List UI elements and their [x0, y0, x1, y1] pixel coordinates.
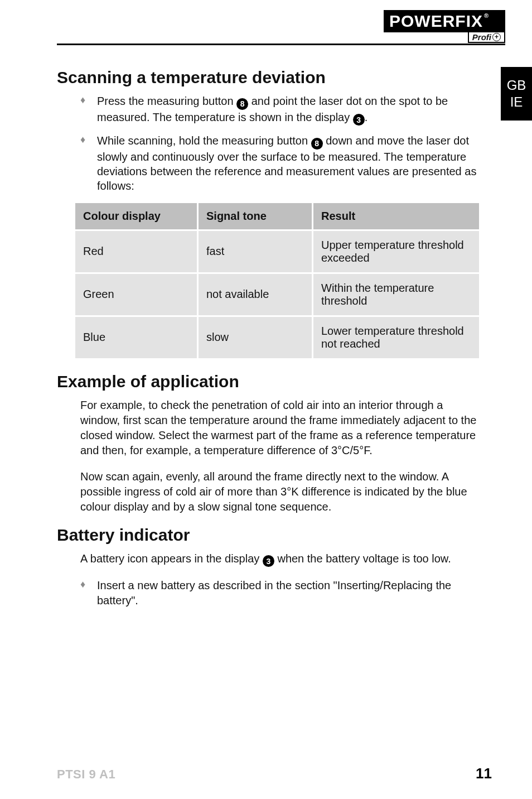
- col-header-signal: Signal tone: [199, 203, 312, 229]
- cell-colour: Blue: [75, 317, 197, 358]
- text-fragment: .: [365, 111, 368, 123]
- cell-signal: slow: [199, 317, 312, 358]
- reference-badge-icon: 8: [236, 98, 248, 110]
- reference-badge-icon: 8: [311, 138, 323, 150]
- plus-circle-icon: +: [492, 33, 501, 41]
- cell-result: Within the temperature threshold: [313, 274, 479, 315]
- brand-name: POWERFIX: [389, 13, 483, 30]
- heading-battery: Battery indicator: [57, 526, 485, 545]
- table-row: Red fast Upper temperature threshold exc…: [75, 231, 479, 272]
- text-fragment: A battery icon appears in the display: [80, 552, 263, 565]
- heading-example: Example of application: [57, 372, 485, 391]
- cell-colour: Red: [75, 231, 197, 272]
- list-item: While scanning, hold the measuring butto…: [80, 133, 485, 194]
- lang-line-1: GB: [507, 77, 526, 94]
- heading-scanning: Scanning a temperature deviation: [57, 68, 485, 87]
- battery-bullet-list: Insert a new battery as described in the…: [57, 578, 485, 608]
- brand-subline: Profi +: [468, 32, 505, 43]
- col-header-result: Result: [313, 203, 479, 229]
- reference-badge-icon: 3: [353, 114, 365, 126]
- cell-colour: Green: [75, 274, 197, 315]
- lang-line-2: IE: [510, 94, 523, 110]
- brand-badge: POWERFIX® Profi +: [384, 10, 505, 47]
- table-header-row: Colour display Signal tone Result: [75, 203, 479, 229]
- brand-registered: ®: [484, 13, 489, 19]
- cell-result: Upper temperature threshold exceeded: [313, 231, 479, 272]
- reference-badge-icon: 3: [263, 555, 274, 567]
- text-fragment: While scanning, hold the measuring butto…: [97, 134, 311, 147]
- footer-page-number: 11: [476, 765, 492, 782]
- cell-signal: fast: [199, 231, 312, 272]
- language-tab: GB IE: [501, 67, 532, 121]
- list-item: Press the measuring button 8 and point t…: [80, 94, 485, 126]
- battery-paragraph: A battery icon appears in the display 3 …: [80, 551, 485, 567]
- brand-name-box: POWERFIX®: [384, 10, 505, 32]
- scanning-bullet-list: Press the measuring button 8 and point t…: [57, 94, 485, 194]
- brand-bar: POWERFIX® Profi +: [57, 10, 505, 47]
- col-header-colour: Colour display: [75, 203, 197, 229]
- text-fragment: when the battery voltage is too low.: [274, 552, 451, 565]
- list-item: Insert a new battery as described in the…: [80, 578, 485, 608]
- example-paragraph-1: For example, to check the penetration of…: [80, 398, 485, 458]
- cell-result: Lower temperature threshold not reached: [313, 317, 479, 358]
- text-fragment: Press the measuring button: [97, 95, 236, 107]
- deviation-table: Colour display Signal tone Result Red fa…: [74, 201, 481, 360]
- cell-signal: not available: [199, 274, 312, 315]
- footer-model: PTSI 9 A1: [57, 767, 115, 782]
- brand-sub-prefix: Profi: [472, 33, 491, 41]
- page-footer: PTSI 9 A1 11: [57, 765, 492, 782]
- table-row: Green not available Within the temperatu…: [75, 274, 479, 315]
- text-fragment: Insert a new battery as described in the…: [97, 579, 451, 606]
- example-paragraph-2: Now scan again, evenly, all around the f…: [80, 469, 485, 514]
- table-row: Blue slow Lower temperature threshold no…: [75, 317, 479, 358]
